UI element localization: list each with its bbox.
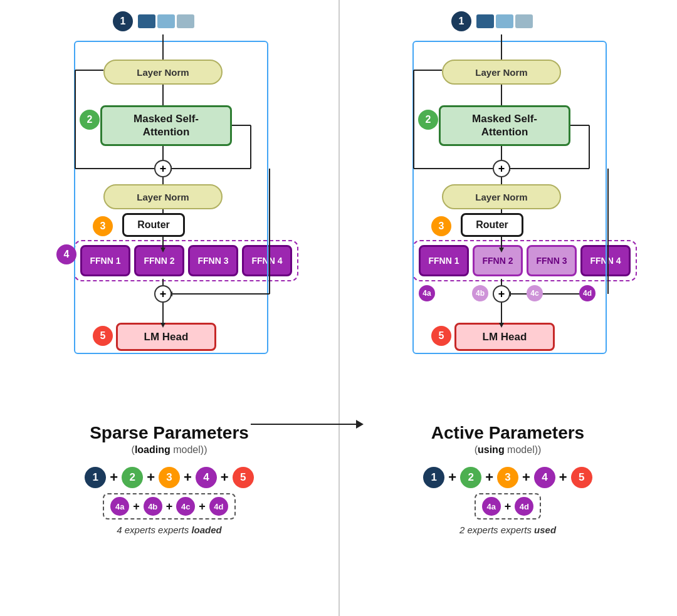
right-bottom-panel: Active Parameters (using model)) 1 + 2 +… [338,404,677,616]
token-block-2 [157,14,175,28]
left-dashed-experts: 4a + 4b + 4c + 4d [103,493,236,519]
left-input-row: 1 [113,11,194,31]
right-4a-label: 4a [419,285,435,301]
left-4a: 4a [110,497,129,516]
left-eq-row1: 1 + 2 + 3 + 4 + 5 [19,467,320,488]
right-circle-2: 2 [418,110,438,130]
left-circle-4: 4 [56,244,76,264]
right-input-row: 1 [451,11,533,31]
token-block-1 [138,14,155,28]
right-token-block-1 [476,14,494,28]
left-token-blocks [138,14,194,28]
right-eq-row2: 4a + 4d [357,493,658,519]
right-token-block-3 [515,14,533,28]
right-outer-box [412,41,607,354]
right-plus-2: + [493,285,510,303]
left-eq-3: 3 [159,467,180,488]
right-plus-1: + [493,160,510,177]
left-plus-1: + [154,160,172,177]
left-outer-box [74,41,268,354]
right-eq-2: 2 [460,467,481,488]
left-eq-row2: 4a + 4b + 4c + 4d [19,493,320,519]
left-bottom-subtitle: (loading model)) [19,444,320,456]
right-circle-5: 5 [431,326,451,346]
right-circle-1: 1 [451,11,471,31]
right-bottom-title: Active Parameters [357,423,658,443]
left-circle-3: 3 [93,216,113,236]
left-4d: 4d [209,497,228,516]
right-eq-5: 5 [571,467,592,488]
left-circle-1: 1 [113,11,133,31]
right-expert-label: 2 experts experts used [357,525,658,535]
token-block-3 [177,14,194,28]
right-4b-label: 4b [472,285,488,301]
vertical-divider [338,0,340,616]
right-eq-row1: 1 + 2 + 3 + 4 + 5 [357,467,658,488]
right-bottom-subtitle: (using model)) [357,444,658,456]
arrow-head [356,420,364,429]
right-dashed-experts: 4a + 4d [475,493,542,519]
right-4a: 4a [482,497,501,516]
left-bottom-panel: Sparse Parameters (loading model)) 1 + 2… [0,404,338,616]
bottom-arrow [251,420,364,429]
right-4d-label: 4d [579,285,596,301]
left-eq-4: 4 [196,467,217,488]
left-plus-2: + [154,285,172,303]
right-diagram-panel: 1 Layer Norm 2 Masked Self-Attention + L… [338,0,677,407]
arrow-line [251,424,356,425]
left-eq-1: 1 [85,467,106,488]
left-eq-2: 2 [122,467,143,488]
right-token-blocks [476,14,533,28]
right-eq-1: 1 [423,467,444,488]
left-4c: 4c [176,497,195,516]
right-circle-3: 3 [431,216,451,236]
right-eq-4: 4 [534,467,555,488]
left-expert-label: 4 experts experts loaded [19,525,320,535]
right-token-block-2 [496,14,513,28]
left-diagram-panel: 1 Layer Norm 2 Masked Self-Attention + L… [0,0,338,407]
right-4c-label: 4c [527,285,543,301]
left-eq-5: 5 [233,467,254,488]
right-eq-3: 3 [497,467,518,488]
left-4b: 4b [144,497,162,516]
right-4d: 4d [515,497,533,516]
left-circle-5: 5 [93,326,113,346]
left-circle-2: 2 [80,110,100,130]
